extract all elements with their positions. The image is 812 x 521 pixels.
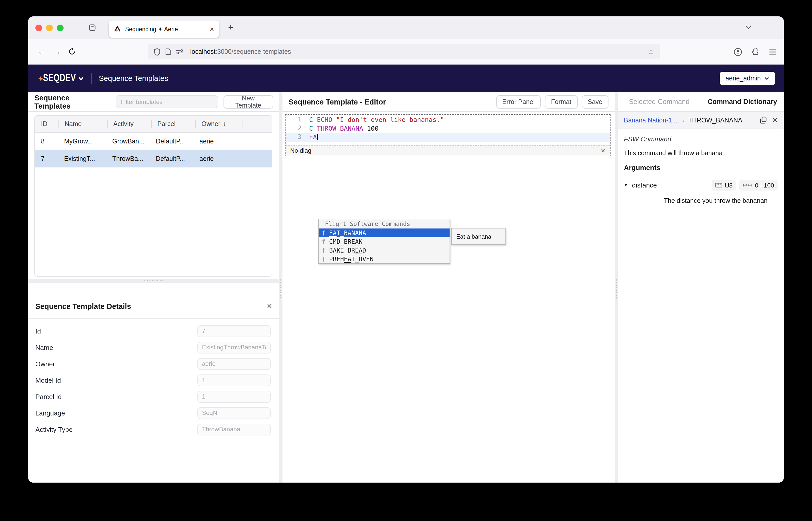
copy-icon[interactable] <box>760 116 767 124</box>
field-input-model-id[interactable] <box>197 374 271 386</box>
diagnostics-bar: No diag ✕ <box>286 145 610 156</box>
user-menu-button[interactable]: aerie_admin <box>720 72 775 85</box>
autocomplete-item[interactable]: ƒBAKE_BREAD <box>319 246 449 255</box>
reload-icon[interactable] <box>68 48 76 55</box>
autocomplete-label: EAT_BANANA <box>329 229 366 236</box>
gutter-line-number: 3 <box>286 133 307 142</box>
column-header-id[interactable]: ID <box>35 120 59 128</box>
code-token <box>313 124 317 132</box>
user-menu-label: aerie_admin <box>725 75 761 82</box>
column-separator <box>242 120 242 128</box>
code-line: EA <box>307 133 610 142</box>
url-text[interactable]: localhost:3000/sequence-templates <box>190 48 643 55</box>
detail-field-row: Name <box>28 339 279 356</box>
browser-tab-active[interactable]: Sequencing ✦ Aerie ✕ <box>109 21 219 38</box>
zoom-window-button[interactable] <box>57 24 64 31</box>
main-content: Sequence Templates New Template IDNameAc… <box>28 92 784 482</box>
table-row[interactable]: 7ExistingT...ThrowBa...DefaultP...aerie <box>35 150 272 167</box>
autocomplete-item[interactable]: ƒCMD_BREAK <box>319 237 449 246</box>
tab-command-dictionary[interactable]: Command Dictionary <box>701 92 784 111</box>
code-token: EA <box>309 133 317 141</box>
table-cell: 8 <box>35 138 59 145</box>
tab-manager-icon[interactable] <box>88 24 96 32</box>
field-input-activity-type[interactable] <box>197 424 271 435</box>
table-cell: ThrowBa... <box>107 155 150 162</box>
detail-field-row: Parcel Id <box>28 388 279 405</box>
argument-row[interactable]: ▼ distance U8 ↦↤ 0 - 100 <box>624 180 778 190</box>
error-panel-button[interactable]: Error Panel <box>496 95 541 108</box>
sort-arrow-icon: ↓ <box>223 120 226 128</box>
new-tab-button[interactable]: + <box>228 23 233 33</box>
code-line: C THROW_BANANA 100 <box>307 124 610 133</box>
dictionary-link[interactable]: Banana Nation-1.... <box>624 116 679 124</box>
column-header-parcel[interactable]: Parcel <box>152 120 195 128</box>
code-token <box>313 116 317 123</box>
field-input-id[interactable] <box>197 325 271 337</box>
editor-panel-title: Sequence Template - Editor <box>289 97 386 106</box>
autocomplete-item[interactable]: ƒPREHEAT_OVEN <box>319 255 449 263</box>
editor-panel-header: Sequence Template - Editor Error PanelFo… <box>283 92 615 112</box>
column-header-name[interactable]: Name <box>59 120 107 128</box>
user-menu-chevron-icon <box>764 76 769 80</box>
field-input-name[interactable] <box>197 341 271 353</box>
tab-close-icon[interactable]: ✕ <box>210 26 214 32</box>
range-badge: ↦↤ 0 - 100 <box>739 180 778 190</box>
minimize-window-button[interactable] <box>46 24 53 31</box>
field-input-owner[interactable] <box>197 358 271 370</box>
diagnostics-close-icon[interactable]: ✕ <box>601 147 606 154</box>
extensions-puzzle-icon[interactable] <box>751 48 760 56</box>
autocomplete-header: Flight Software Commands <box>319 219 449 228</box>
vertical-splitter-right[interactable] <box>615 92 618 482</box>
app-menu-chevron-icon[interactable] <box>78 76 84 81</box>
details-close-icon[interactable]: ✕ <box>267 302 272 310</box>
field-label: Id <box>36 327 197 335</box>
close-window-button[interactable] <box>36 24 42 31</box>
table-row[interactable]: 8MyGrow...GrowBan...DefaultP...aerie <box>35 133 272 150</box>
url-host: localhost <box>190 48 216 55</box>
splitter-grip-icon <box>615 279 617 299</box>
vertical-splitter-left[interactable] <box>279 92 283 482</box>
permissions-toggle-icon[interactable] <box>176 49 183 55</box>
table-cell: ExistingT... <box>59 155 107 162</box>
autocomplete-label: CMD_BREAK <box>329 238 363 245</box>
filter-templates-input[interactable] <box>116 95 218 108</box>
column-header-owner[interactable]: Owner↓ <box>196 120 242 128</box>
back-button[interactable]: ← <box>38 47 46 56</box>
window-controls <box>36 24 64 31</box>
autocomplete-items: ƒEAT_BANANAƒCMD_BREAKƒBAKE_BREADƒPREHEAT… <box>319 228 449 263</box>
column-header-activity[interactable]: Activity <box>108 120 151 128</box>
table-cell: GrowBan... <box>107 138 150 145</box>
bookmark-star-icon[interactable]: ☆ <box>648 48 654 56</box>
autocomplete-popup: Flight Software Commands ƒEAT_BANANAƒCMD… <box>319 219 450 264</box>
table-cell: DefaultP... <box>150 138 194 145</box>
shield-icon[interactable] <box>154 48 160 55</box>
page-title: Sequence Templates <box>99 74 168 83</box>
field-input-language[interactable] <box>197 407 271 419</box>
command-close-icon[interactable]: ✕ <box>772 116 778 124</box>
splitter-grip-icon <box>144 280 164 282</box>
autocomplete-item[interactable]: ƒEAT_BANANA <box>319 228 449 237</box>
function-icon: ƒ <box>322 256 326 262</box>
autocomplete-label: BAKE_BREAD <box>329 247 366 254</box>
forward-button[interactable]: → <box>53 47 61 56</box>
horizontal-splitter[interactable] <box>28 279 279 283</box>
gutter-line-number: 2 <box>286 124 307 133</box>
menu-hamburger-icon[interactable] <box>769 48 776 55</box>
tab-selected-command[interactable]: Selected Command <box>618 92 701 111</box>
expand-triangle-icon[interactable]: ▼ <box>624 183 628 187</box>
format-button[interactable]: Format <box>545 95 577 108</box>
code-grid: 123 C ECHO "I don't even like bananas."C… <box>286 115 610 145</box>
editor-code-lines: C ECHO "I don't even like bananas."C THR… <box>307 116 610 145</box>
breadcrumb-chevron-icon: › <box>683 117 684 123</box>
command-breadcrumb: Banana Nation-1.... › THROW_BANANA ✕ <box>618 112 784 129</box>
tab-list-chevron-icon[interactable] <box>745 25 752 30</box>
code-editor[interactable]: 123 C ECHO "I don't even like bananas."C… <box>285 114 611 156</box>
account-icon[interactable] <box>733 47 742 56</box>
url-bar[interactable]: localhost:3000/sequence-templates ☆ <box>148 44 660 60</box>
templates-panel: Sequence Templates New Template IDNameAc… <box>28 92 279 482</box>
save-button[interactable]: Save <box>581 95 609 108</box>
new-template-button[interactable]: New Template <box>223 95 273 108</box>
command-details: FSW Command This command will throw a ba… <box>618 129 784 204</box>
page-info-icon[interactable] <box>165 48 171 55</box>
field-input-parcel-id[interactable] <box>197 391 271 402</box>
